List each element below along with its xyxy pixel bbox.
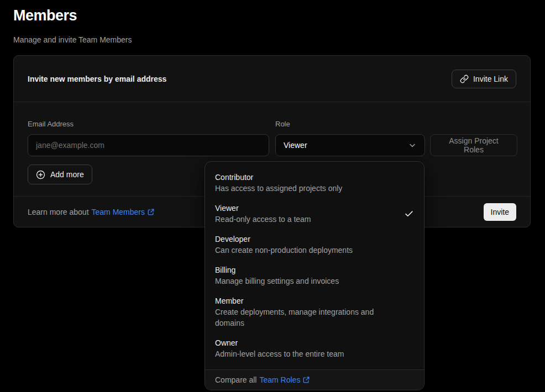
role-option-description: Can create non-production deployments [215,245,353,256]
team-members-link-label: Team Members [92,208,145,216]
role-option-name: Developer [215,234,353,245]
assign-project-roles-button[interactable]: Assign Project Roles [430,134,517,156]
page-title: Members [13,7,77,24]
plus-circle-icon [36,170,45,179]
team-roles-link[interactable]: Team Roles [259,375,310,384]
team-members-link[interactable]: Team Members [92,208,155,216]
add-more-label: Add more [50,170,84,179]
role-option[interactable]: Owner Admin-level access to the entire t… [205,333,424,364]
role-option-texts: Developer Can create non-production depl… [215,234,353,256]
role-option[interactable]: Contributor Has access to assigned proje… [205,167,424,198]
role-option[interactable]: Viewer Read-only access to a team [205,198,424,229]
email-input[interactable] [28,134,269,156]
role-option-description: Manage billing settings and invoices [215,276,339,287]
role-option-texts: Member Create deployments, manage integr… [215,295,397,329]
role-option-description: Has access to assigned projects only [215,183,342,194]
learn-more-text: Learn more about Team Members [28,208,155,216]
role-dropdown-list: Contributor Has access to assigned proje… [205,162,424,369]
role-option[interactable]: Billing Manage billing settings and invo… [205,260,424,291]
chevron-down-icon [408,141,417,150]
role-option-texts: Contributor Has access to assigned proje… [215,172,342,194]
role-option-description: Create deployments, manage integrations … [215,306,397,329]
email-label: Email Address [28,120,74,128]
role-option-texts: Viewer Read-only access to a team [215,203,311,225]
external-link-icon [147,208,155,216]
link-icon [460,75,469,83]
external-link-icon [302,376,310,384]
invite-link-label: Invite Link [473,75,508,83]
role-dropdown-menu: Contributor Has access to assigned proje… [205,161,425,390]
team-roles-link-label: Team Roles [259,375,300,384]
page-subtitle: Manage and invite Team Members [13,35,132,44]
role-option-name: Viewer [215,203,311,214]
compare-all-label: Compare all [215,375,256,384]
check-icon [404,209,414,219]
role-option-name: Contributor [215,172,342,183]
card-header-title: Invite new members by email address [28,75,166,83]
role-option-name: Member [215,295,397,306]
role-option-texts: Billing Manage billing settings and invo… [215,264,339,287]
role-option-description: Read-only access to a team [215,214,311,225]
role-select[interactable]: Viewer [275,134,425,156]
role-option-description: Admin-level access to the entire team [215,348,344,359]
role-option-name: Owner [215,337,344,348]
card-header: Invite new members by email address Invi… [14,56,530,102]
role-dropdown-footer: Compare all Team Roles [205,369,424,390]
role-selected-value: Viewer [284,141,307,150]
invite-button[interactable]: Invite [484,203,516,221]
add-more-button[interactable]: Add more [28,165,92,184]
role-label: Role [275,120,290,128]
invite-link-button[interactable]: Invite Link [452,70,516,88]
role-option-texts: Owner Admin-level access to the entire t… [215,337,344,359]
role-option-name: Billing [215,264,339,276]
role-option[interactable]: Member Create deployments, manage integr… [205,291,424,333]
learn-more-label: Learn more about [28,208,89,216]
role-option[interactable]: Developer Can create non-production depl… [205,229,424,260]
